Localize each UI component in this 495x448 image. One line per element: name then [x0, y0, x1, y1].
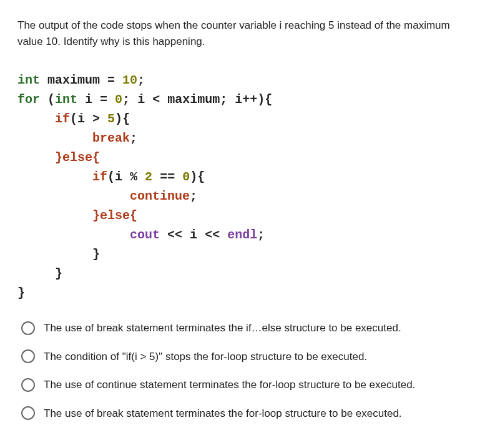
operator: ;	[257, 228, 265, 242]
number: 0	[182, 170, 190, 184]
identifier: maximum	[40, 73, 107, 87]
option-b[interactable]: The condition of "if(i > 5)" stops the f…	[21, 349, 478, 365]
indent	[17, 247, 92, 261]
operator: >	[92, 112, 100, 126]
paren: )	[115, 112, 122, 126]
question-prompt: The output of the code stops when the co…	[17, 17, 478, 49]
identifier: i	[115, 170, 130, 184]
paren: )	[190, 170, 197, 184]
identifier: i	[227, 92, 242, 107]
space	[160, 228, 167, 242]
brace: }	[92, 247, 100, 261]
indent	[17, 228, 130, 242]
space	[175, 170, 182, 184]
number: 5	[107, 112, 115, 126]
paren: )	[257, 92, 265, 107]
answer-options: The use of break statement terminates th…	[21, 320, 478, 421]
indent	[17, 189, 130, 203]
operator: ==	[160, 170, 175, 184]
indent	[17, 112, 55, 126]
brace: {	[92, 150, 100, 165]
keyword-int: int	[55, 92, 77, 107]
radio-icon	[21, 406, 35, 420]
radio-icon	[21, 349, 35, 363]
indent	[17, 208, 92, 223]
number: 0	[115, 92, 122, 107]
identifier: maximum	[160, 92, 220, 107]
option-d[interactable]: The use of break statement terminates th…	[21, 406, 478, 422]
number: 2	[145, 170, 152, 184]
space	[220, 228, 227, 242]
operator: <<	[205, 228, 220, 242]
radio-icon	[21, 378, 35, 392]
space	[152, 170, 160, 184]
operator: ;	[190, 189, 197, 203]
space	[107, 92, 115, 107]
keyword-cout: cout	[130, 228, 160, 242]
paren: (	[107, 170, 115, 184]
operator: <	[152, 92, 160, 107]
brace: }	[55, 150, 62, 165]
number: 10	[122, 73, 137, 87]
indent	[17, 266, 55, 281]
brace: {	[130, 208, 137, 223]
identifier: i	[77, 112, 92, 126]
indent	[17, 150, 55, 165]
operator: ;	[137, 73, 145, 87]
option-c[interactable]: The use of continue statement terminates…	[21, 377, 478, 393]
operator: ;	[220, 92, 227, 107]
code-block: int maximum = 10; for (int i = 0; i < ma…	[17, 71, 478, 303]
brace: }	[17, 286, 25, 300]
identifier: i	[130, 92, 152, 107]
operator: <<	[167, 228, 182, 242]
keyword-else: else	[100, 208, 130, 223]
operator: =	[100, 92, 107, 107]
keyword-endl: endl	[227, 228, 257, 242]
brace: {	[197, 170, 205, 184]
option-text: The use of break statement terminates th…	[44, 406, 402, 422]
keyword-break: break	[92, 131, 130, 145]
paren: (	[40, 92, 55, 107]
operator: =	[107, 73, 115, 87]
brace: }	[55, 266, 62, 281]
indent	[17, 170, 92, 184]
keyword-if: if	[55, 112, 70, 126]
operator: ;	[130, 131, 137, 145]
operator: ++	[242, 92, 257, 107]
operator: ;	[122, 92, 130, 107]
keyword-if: if	[92, 170, 107, 184]
space	[197, 228, 205, 242]
space	[100, 112, 107, 126]
brace: {	[122, 112, 130, 126]
brace: {	[265, 92, 272, 107]
radio-icon	[21, 321, 35, 335]
identifier: i	[190, 228, 197, 242]
space	[182, 228, 190, 242]
paren: (	[70, 112, 77, 126]
option-a[interactable]: The use of break statement terminates th…	[21, 320, 478, 336]
keyword-int: int	[17, 73, 40, 87]
indent	[17, 131, 92, 145]
option-text: The use of continue statement terminates…	[44, 377, 415, 393]
space	[137, 170, 145, 184]
option-text: The use of break statement terminates th…	[44, 320, 401, 336]
keyword-continue: continue	[130, 189, 190, 203]
identifier: i	[77, 92, 100, 107]
option-text: The condition of "if(i > 5)" stops the f…	[44, 349, 367, 365]
keyword-else: else	[62, 150, 92, 165]
space	[115, 73, 122, 87]
operator: %	[130, 170, 137, 184]
brace: }	[92, 208, 100, 223]
keyword-for: for	[17, 92, 40, 107]
